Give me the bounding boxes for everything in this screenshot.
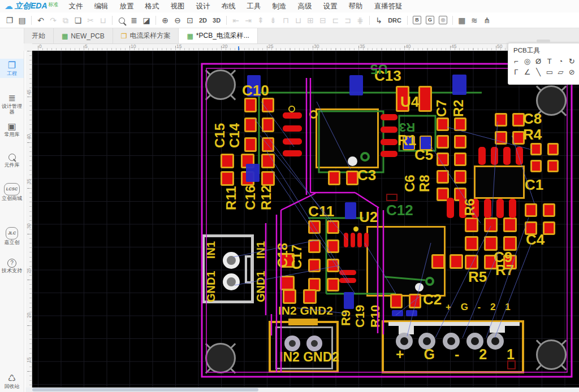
- smd-pad[interactable]: [454, 170, 466, 184]
- smd-pad[interactable]: [244, 117, 257, 132]
- ic-body-0[interactable]: [316, 108, 379, 168]
- zoom-fit-button[interactable]: ⊡: [184, 13, 196, 28]
- smd-pad[interactable]: [244, 98, 257, 112]
- measure-tool-icon[interactable]: ╲: [533, 67, 544, 77]
- pcb-canvas[interactable]: C10C13U4C8R4R1C5C1C3C4C9R7R5C2C11U2C12U5…: [32, 51, 579, 387]
- smd-pad[interactable]: [465, 236, 478, 251]
- smd-pad[interactable]: [547, 143, 559, 155]
- menu-item-2[interactable]: 放置: [114, 0, 140, 12]
- solid-region-tool-icon[interactable]: ▭: [544, 67, 555, 77]
- menu-item-8[interactable]: 制造: [267, 0, 292, 12]
- via-tool-icon[interactable]: ◎: [522, 56, 533, 67]
- smd-pad[interactable]: [437, 135, 449, 149]
- silkscreen-label[interactable]: C6: [404, 175, 417, 192]
- hole-tool-icon[interactable]: ⊘: [566, 67, 577, 77]
- smd-pad[interactable]: [409, 294, 421, 308]
- sidebar-item-3[interactable]: 元件库: [0, 150, 24, 169]
- smd-pad[interactable]: [437, 117, 449, 131]
- sidebar-item-1[interactable]: ≣设计管理器: [0, 92, 24, 117]
- silkscreen-label[interactable]: GND1: [256, 271, 266, 302]
- silkscreen-label[interactable]: C3: [357, 168, 376, 182]
- text-tool-icon[interactable]: T: [544, 56, 555, 67]
- through-hole-pad[interactable]: [223, 273, 240, 290]
- tab-3[interactable]: ▦*PCB_电流采样...: [179, 28, 257, 43]
- silkscreen-label[interactable]: R4: [523, 128, 542, 142]
- smd-pad[interactable]: [454, 117, 466, 131]
- smd-pad[interactable]: [418, 86, 432, 112]
- palette-drag-handle[interactable]: [537, 40, 550, 42]
- silkscreen-label[interactable]: C17: [291, 245, 304, 269]
- smd-pad[interactable]: [328, 171, 340, 185]
- silkscreen-label[interactable]: + G - 2 1: [446, 303, 514, 312]
- menu-item-11[interactable]: 帮助: [343, 0, 369, 12]
- smd-pad[interactable]: [262, 117, 274, 132]
- smd-pad[interactable]: [327, 220, 339, 234]
- silkscreen-label[interactable]: R9: [340, 310, 352, 326]
- silkscreen-label[interactable]: U2: [359, 210, 378, 224]
- menu-item-4[interactable]: 视图: [165, 0, 191, 12]
- smd-pad[interactable]: [437, 153, 449, 166]
- silkscreen-label[interactable]: GND1: [206, 271, 217, 302]
- silkscreen-label[interactable]: R8: [418, 175, 431, 192]
- smd-pad[interactable]: [327, 278, 339, 291]
- smd-pad[interactable]: [262, 137, 274, 152]
- drc-button[interactable]: DRC: [385, 13, 404, 28]
- arc-by-center-tool-icon[interactable]: ↻: [566, 56, 577, 67]
- smd-pad[interactable]: [308, 239, 321, 253]
- smd-pad[interactable]: [525, 203, 537, 217]
- smd-pad[interactable]: [495, 131, 507, 145]
- silkscreen-label[interactable]: R5: [468, 270, 487, 284]
- silkscreen-label[interactable]: C14: [228, 123, 241, 148]
- smd-pad[interactable]: [495, 113, 507, 127]
- search-button[interactable]: [115, 13, 128, 28]
- smd-pad[interactable]: [261, 171, 275, 186]
- smd-pad[interactable]: [261, 154, 275, 168]
- smd-pad[interactable]: [450, 254, 463, 269]
- smd-pad[interactable]: [484, 217, 498, 232]
- smd-pad[interactable]: [327, 239, 339, 253]
- smd-pad[interactable]: [543, 203, 555, 217]
- smd-pad[interactable]: [303, 289, 317, 304]
- silkscreen-label[interactable]: IN2 GND2: [278, 305, 333, 316]
- silkscreen-label[interactable]: IN2 GND2: [279, 351, 339, 364]
- smd-pad[interactable]: [530, 160, 542, 172]
- layer-target-button[interactable]: ◎: [439, 16, 447, 24]
- menu-item-1[interactable]: 编辑: [89, 0, 114, 12]
- pad-tool-icon[interactable]: Ø: [533, 56, 544, 67]
- tab-2[interactable]: ❐电流采样方案: [113, 28, 179, 43]
- sidebar-item-6[interactable]: ?技术支持: [0, 255, 24, 275]
- smd-pad[interactable]: [431, 254, 445, 269]
- sidebar-item-5[interactable]: JLC嘉立创: [0, 225, 24, 247]
- route-button[interactable]: ↳: [373, 13, 385, 28]
- through-hole-pad[interactable]: [284, 336, 300, 351]
- silkscreen-label[interactable]: C5: [414, 148, 433, 162]
- silkscreen-label[interactable]: R6: [464, 198, 477, 216]
- copper-area-tool-icon[interactable]: ▱: [555, 67, 567, 77]
- smd-pad[interactable]: [346, 171, 358, 185]
- undo-button[interactable]: ↶: [34, 13, 47, 28]
- silkscreen-label[interactable]: C12: [386, 203, 413, 217]
- smd-pad[interactable]: [454, 135, 466, 149]
- smd-pad[interactable]: [454, 153, 466, 166]
- mounting-hole[interactable]: [536, 339, 567, 370]
- silkscreen-label[interactable]: C8: [523, 112, 542, 126]
- view-3d-button[interactable]: 3D: [210, 13, 223, 28]
- silkscreen-label[interactable]: C16: [244, 185, 257, 210]
- smd-pad[interactable]: [244, 137, 257, 152]
- smd-pad[interactable]: [280, 276, 295, 290]
- menu-item-7[interactable]: 工具: [241, 0, 267, 12]
- zoom-in-button[interactable]: ⊕: [159, 13, 171, 28]
- snapshot-button[interactable]: ▦: [456, 13, 468, 28]
- layer-global-button[interactable]: G: [426, 16, 434, 24]
- smd-pad[interactable]: [308, 259, 321, 272]
- silkscreen-label[interactable]: C7: [435, 99, 448, 117]
- smd-pad[interactable]: [543, 221, 555, 235]
- view-2d-button[interactable]: 2D: [196, 13, 210, 28]
- smd-pad[interactable]: [262, 98, 274, 112]
- silkscreen-label[interactable]: C10: [242, 84, 269, 98]
- smd-pad[interactable]: [503, 217, 517, 232]
- smd-pad[interactable]: [283, 289, 296, 304]
- layer-bottom-button[interactable]: B: [413, 16, 421, 24]
- menu-item-10[interactable]: 设置: [318, 0, 343, 12]
- arc-tool-icon[interactable]: ◔: [555, 56, 567, 67]
